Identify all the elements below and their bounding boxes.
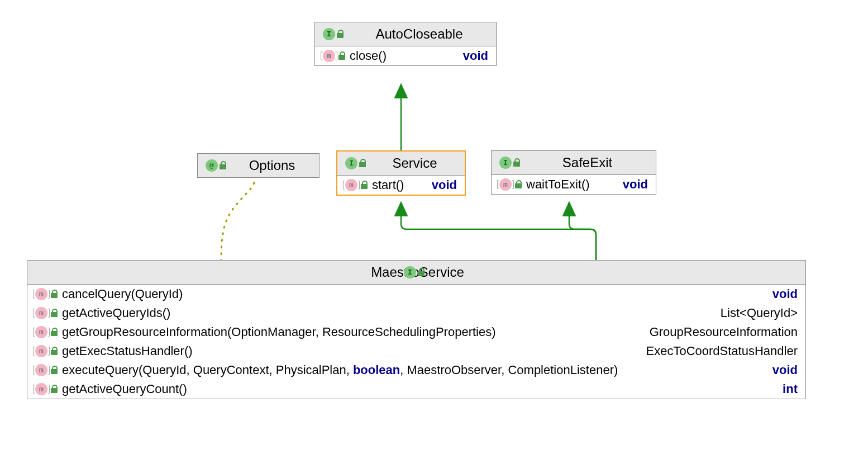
method-return: void [772,287,798,301]
class-name: AutoCloseable [348,26,488,42]
lock-icon [418,268,426,276]
lock-icon [337,30,345,38]
method-row[interactable]: mexecuteQuery(QueryId, QueryContext, Phy… [27,361,805,380]
method-row[interactable]: m start() void [337,176,465,195]
method-row[interactable]: mgetActiveQueryCount()int [27,380,805,399]
method-signature: executeQuery(QueryId, QueryContext, Phys… [62,363,769,377]
node-header: @ Options [198,154,319,177]
method-signature: getActiveQueryIds() [62,306,717,320]
method-return: ExecToCoordStatusHandler [646,344,798,358]
lock-icon [51,385,59,393]
method-icon: m [323,50,335,62]
method-icon: m [35,345,47,357]
method-icon: m [35,307,47,319]
method-icon: m [345,179,357,191]
method-icon: m [35,288,47,300]
node-header: I Service [337,152,465,176]
lock-icon [51,309,59,317]
class-name: Options [231,158,311,173]
method-row[interactable]: mcancelQuery(QueryId)void [27,285,805,304]
method-signature: start() [372,178,428,192]
method-row[interactable]: mgetExecStatusHandler()ExecToCoordStatus… [27,342,805,361]
lock-icon [513,159,521,167]
method-row[interactable]: mgetGroupResourceInformation(OptionManag… [27,323,805,342]
node-maestroservice[interactable]: I MaestroService [data-name="node-maestr… [27,260,806,399]
node-header: I AutoCloseable [315,22,496,46]
lock-icon [515,181,523,188]
interface-icon: I [499,157,512,169]
method-signature: waitToExit() [526,177,619,192]
lock-icon [359,159,367,167]
method-return: GroupResourceInformation [650,325,798,339]
uml-diagram-canvas[interactable]: I AutoCloseable m close() void @ Options… [0,0,868,473]
method-return: void [772,363,798,377]
interface-icon: I [404,266,416,278]
method-return: void [463,49,488,63]
node-options[interactable]: @ Options [197,153,319,178]
method-return: void [623,177,648,192]
methods-list: mcancelQuery(QueryId)voidmgetActiveQuery… [27,285,805,399]
class-name: Service [370,155,457,171]
node-autocloseable[interactable]: I AutoCloseable m close() void [314,22,497,66]
node-header: I MaestroService [27,261,805,285]
lock-icon [361,181,369,189]
method-icon: m [499,178,512,191]
method-icon: m [35,383,47,395]
lock-icon [51,366,59,374]
interface-icon: I [323,28,335,40]
class-name: SafeExit [524,155,648,171]
method-return: void [432,178,457,192]
edge-maestro-to-safeexit [569,202,596,260]
edge-maestro-to-options [221,182,254,261]
lock-icon [338,52,346,60]
method-row[interactable]: m waitToExit() void [492,175,656,194]
method-signature: cancelQuery(QueryId) [62,287,769,301]
method-signature: getExecStatusHandler() [62,344,643,358]
lock-icon [51,290,59,298]
node-header: I SafeExit [492,151,656,175]
interface-icon: I [345,157,357,169]
method-row[interactable]: mgetActiveQueryIds()List<QueryId> [27,304,805,323]
method-icon: m [35,326,47,338]
method-icon: m [35,364,47,376]
lock-icon [51,328,59,336]
method-row[interactable]: m close() void [315,46,496,65]
lock-icon [51,347,59,355]
node-safeexit[interactable]: I SafeExit m waitToExit() void [491,150,656,195]
connectors-layer [0,0,868,473]
method-signature: close() [350,49,460,63]
lock-icon [220,162,227,169]
node-service[interactable]: I Service m start() void [336,150,466,196]
method-return: int [783,382,798,396]
annotation-icon: @ [206,159,218,172]
method-return: List<QueryId> [721,306,798,320]
method-signature: getActiveQueryCount() [62,382,779,396]
edge-maestro-to-service [401,202,596,260]
method-signature: getGroupResourceInformation(OptionManage… [62,325,646,339]
